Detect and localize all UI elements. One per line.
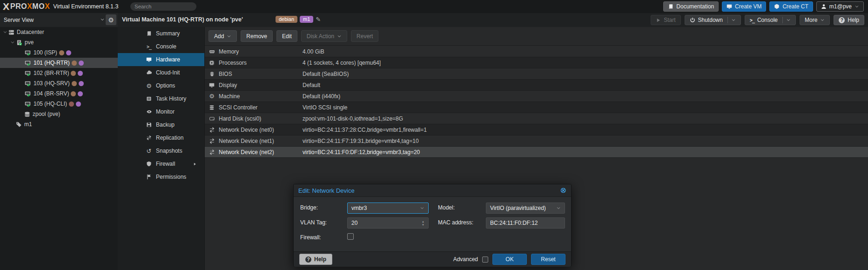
- hardware-row-scsi-controller[interactable]: SCSI ControllerVirtIO SCSI single: [205, 102, 868, 113]
- spinner-down-icon[interactable]: ▼: [422, 223, 424, 226]
- advanced-checkbox[interactable]: [482, 256, 488, 263]
- bridge-combobox[interactable]: vmbr3: [347, 202, 429, 214]
- chevron-down-icon[interactable]: [556, 206, 561, 210]
- hardware-row-memory[interactable]: Memory4.00 GiB: [205, 46, 868, 57]
- proxmox-logo-icon: X: [3, 1, 9, 12]
- chevron-down-icon: [820, 18, 825, 22]
- spinner-up-icon[interactable]: ▲: [422, 220, 424, 223]
- dialog-footer: ? Help Advanced OK Reset: [294, 251, 571, 267]
- tree-item-100-isp[interactable]: 100 (ISP): [0, 47, 118, 58]
- vm-icon: [24, 81, 31, 87]
- tree-item-pve[interactable]: pve: [0, 37, 118, 47]
- display-icon: [205, 82, 219, 88]
- vm-icon: [24, 50, 31, 56]
- tag-debian[interactable]: debian: [276, 16, 297, 23]
- vm-tags: debianm1✎: [276, 16, 321, 23]
- close-icon[interactable]: ⊗: [560, 187, 566, 194]
- tree-item-102-br-rtr[interactable]: 102 (BR-RTR): [0, 68, 118, 78]
- tree-item-datacenter[interactable]: Datacenter: [0, 27, 118, 37]
- edit-button[interactable]: Edit: [276, 30, 297, 42]
- edit-tags-pencil-icon[interactable]: ✎: [316, 16, 321, 23]
- menu-item-firewall[interactable]: Firewall: [118, 157, 204, 170]
- hardware-row-processors[interactable]: Processors4 (1 sockets, 4 cores) [qemu64…: [205, 57, 868, 68]
- vlan-tag-value: 20: [351, 220, 357, 226]
- bridge-label: Bridge:: [300, 204, 318, 211]
- expand-chevron-icon[interactable]: [9, 40, 16, 45]
- shutdown-button[interactable]: Shutdown: [685, 15, 741, 25]
- remove-button[interactable]: Remove: [241, 30, 273, 42]
- tree-item-104-br-srv[interactable]: 104 (BR-SRV): [0, 88, 118, 99]
- storage-icon: [24, 111, 30, 117]
- menu-item-hardware[interactable]: Hardware: [118, 53, 204, 66]
- proxmox-brand: PROXMOX: [10, 2, 50, 11]
- datacenter-icon: [8, 29, 14, 35]
- hardware-row-network-device-net1[interactable]: Network Device (net1)virtio=BC:24:11:F7:…: [205, 135, 868, 147]
- tree-item-zpool-pve[interactable]: zpool (pve): [0, 109, 118, 119]
- more-button[interactable]: More: [800, 15, 830, 25]
- view-selector[interactable]: Server View: [4, 17, 34, 23]
- tree-item-101-hq-rtr[interactable]: 101 (HQ-RTR): [0, 58, 118, 68]
- firewall-checkbox[interactable]: [347, 233, 354, 240]
- tree-item-105-hq-cli[interactable]: 105 (HQ-CLI): [0, 99, 118, 109]
- help-button[interactable]: ?Help: [834, 15, 864, 25]
- tree-item-103-hq-srv[interactable]: 103 (HQ-SRV): [0, 78, 118, 88]
- menu-item-cloud-init[interactable]: Cloud-Init: [118, 66, 204, 79]
- dialog-help-button[interactable]: ? Help: [299, 254, 332, 265]
- console-button[interactable]: >_Console: [745, 15, 796, 25]
- expand-chevron-icon[interactable]: [2, 30, 8, 34]
- menu-item-replication[interactable]: Replication: [118, 131, 204, 144]
- cube-icon: [774, 4, 780, 9]
- vm-icon: [24, 60, 31, 66]
- hardware-row-hard-disk-scsi0[interactable]: Hard Disk (scsi0)zpool:vm-101-disk-0,iot…: [205, 113, 868, 124]
- create-vm-button[interactable]: Create VM: [722, 1, 766, 12]
- mac-address-field[interactable]: BC:24:11:F0:DF:12: [486, 217, 565, 229]
- vm-icon: [24, 91, 31, 97]
- tree-settings-button[interactable]: ⚙: [106, 14, 116, 25]
- add-button[interactable]: Add: [209, 30, 237, 42]
- tag-dot: [71, 91, 76, 96]
- vm-action-buttons: StartShutdown>_ConsoleMore?Help: [651, 15, 864, 25]
- menu-item-backup[interactable]: Backup: [118, 118, 204, 131]
- vlan-tag-spinner[interactable]: 20 ▲▼: [347, 217, 429, 229]
- header-row: Server View ⚙ Virtual Machine 101 (HQ-RT…: [0, 13, 868, 27]
- menu-item-task-history[interactable]: Task History: [118, 92, 204, 105]
- hardware-toolbar: AddRemoveEditDisk ActionRevert: [205, 27, 868, 46]
- menu-item-snapshots[interactable]: ↺Snapshots: [118, 144, 204, 157]
- search-input[interactable]: [130, 2, 196, 11]
- dialog-titlebar[interactable]: Edit: Network Device ⊗: [294, 184, 571, 197]
- start-button[interactable]: Start: [651, 15, 680, 25]
- m1-pve-button[interactable]: m1@pve: [816, 1, 864, 12]
- tree-item-m1[interactable]: m1: [0, 119, 118, 129]
- revert-button[interactable]: Revert: [351, 30, 378, 42]
- shield-icon: [146, 161, 152, 167]
- tag-dot: [69, 101, 74, 107]
- hardware-row-bios[interactable]: BIOSDefault (SeaBIOS): [205, 68, 868, 80]
- chevron-down-icon[interactable]: [420, 206, 424, 210]
- terminal-icon: >_: [146, 44, 152, 49]
- menu-item-monitor[interactable]: Monitor: [118, 105, 204, 118]
- chevron-down-icon[interactable]: [100, 17, 105, 22]
- create-ct-button[interactable]: Create CT: [769, 1, 813, 12]
- documentation-button[interactable]: Documentation: [663, 1, 719, 12]
- node-icon: [16, 40, 22, 46]
- model-combobox[interactable]: VirtIO (paravirtualized): [486, 202, 565, 214]
- hardware-row-network-device-net0[interactable]: Network Device (net0)virtio=BC:24:11:37:…: [205, 124, 868, 135]
- tag-m1[interactable]: m1: [300, 16, 313, 23]
- model-value: VirtIO (paravirtualized): [490, 205, 546, 211]
- reset-button[interactable]: Reset: [531, 254, 565, 265]
- hardware-row-network-device-net2[interactable]: Network Device (net2)virtio=BC:24:11:F0:…: [205, 147, 868, 158]
- menu-item-options[interactable]: ⚙Options: [118, 79, 204, 92]
- firewall-label: Firewall:: [300, 234, 321, 241]
- chevron-down-icon: [731, 18, 736, 22]
- edit-network-device-dialog: Edit: Network Device ⊗ Bridge: vmbr3 Mod…: [293, 184, 572, 267]
- menu-item-console[interactable]: >_Console: [118, 40, 204, 53]
- disk-action-button[interactable]: Disk Action: [301, 30, 347, 42]
- ok-button[interactable]: OK: [492, 254, 527, 265]
- menu-item-summary[interactable]: Summary: [118, 27, 204, 40]
- hardware-row-machine[interactable]: ⚙MachineDefault (i440fx): [205, 91, 868, 102]
- hardware-row-display[interactable]: DisplayDefault: [205, 80, 868, 91]
- disk-icon: [205, 116, 219, 122]
- chevron-down-icon: [227, 34, 231, 39]
- play-icon: [656, 18, 661, 23]
- menu-item-permissions[interactable]: Permissions: [118, 170, 204, 183]
